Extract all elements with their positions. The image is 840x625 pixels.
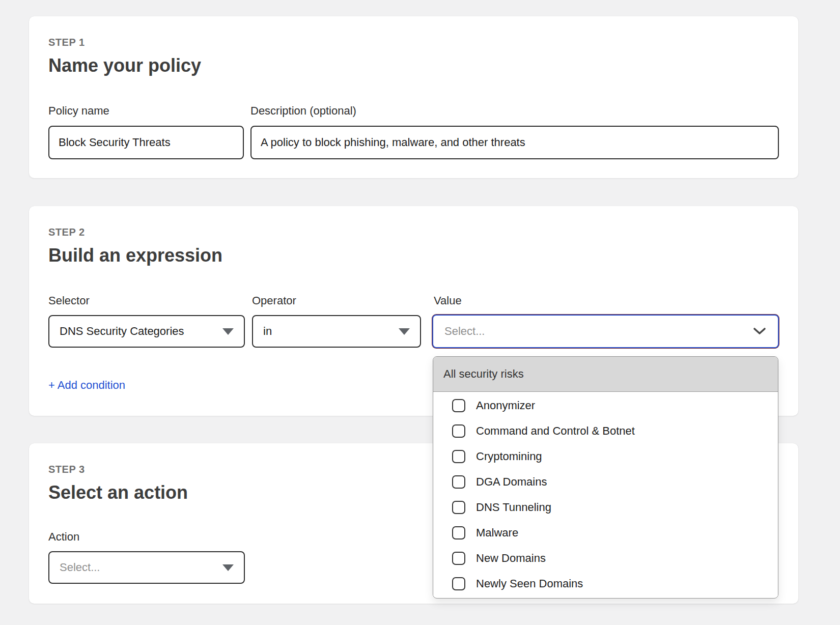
policy-name-input[interactable]: [48, 126, 244, 159]
dropdown-option-label: Newly Seen Domains: [476, 577, 583, 590]
checkbox-unchecked-icon[interactable]: [452, 552, 465, 565]
dropdown-group-header: All security risks: [433, 357, 778, 392]
dropdown-option-label: DNS Tunneling: [476, 501, 551, 514]
selector-value: DNS Security Categories: [60, 325, 184, 338]
action-placeholder: Select...: [60, 561, 100, 574]
dropdown-option-label: DGA Domains: [476, 475, 547, 489]
selector-label: Selector: [48, 295, 90, 306]
value-placeholder: Select...: [444, 325, 485, 338]
checkbox-unchecked-icon[interactable]: [452, 526, 465, 539]
dropdown-option[interactable]: Command and Control & Botnet: [433, 418, 778, 444]
value-multiselect[interactable]: Select...: [432, 315, 779, 348]
triangle-down-icon: [399, 328, 410, 335]
description-label: Description (optional): [250, 105, 356, 117]
dropdown-option[interactable]: Newly Seen Domains: [433, 571, 778, 596]
step1-eyebrow: STEP 1: [48, 37, 85, 47]
step2-title: Build an expression: [48, 245, 222, 266]
step3-eyebrow: STEP 3: [48, 464, 85, 474]
step1-card: STEP 1 Name your policy Policy name Desc…: [29, 16, 798, 178]
triangle-down-icon: [222, 328, 234, 335]
dropdown-option-label: Cryptomining: [476, 450, 542, 463]
operator-value: in: [263, 325, 272, 338]
dropdown-option-list: Anonymizer Command and Control & Botnet …: [433, 392, 778, 596]
operator-select[interactable]: in: [252, 315, 421, 348]
chevron-down-icon: [752, 327, 767, 336]
action-label: Action: [48, 531, 79, 543]
step1-title: Name your policy: [48, 55, 201, 76]
value-dropdown-panel: All security risks Anonymizer Command an…: [433, 356, 778, 599]
checkbox-unchecked-icon[interactable]: [452, 501, 465, 514]
dropdown-option[interactable]: DGA Domains: [433, 469, 778, 495]
dropdown-option-label: Anonymizer: [476, 399, 535, 412]
step2-eyebrow: STEP 2: [48, 227, 85, 237]
policy-name-label: Policy name: [48, 105, 109, 117]
checkbox-unchecked-icon[interactable]: [452, 475, 465, 489]
checkbox-unchecked-icon[interactable]: [452, 424, 465, 438]
dropdown-option-label: Malware: [476, 526, 518, 539]
checkbox-unchecked-icon[interactable]: [452, 450, 465, 463]
selector-select[interactable]: DNS Security Categories: [48, 315, 245, 348]
dropdown-option[interactable]: DNS Tunneling: [433, 495, 778, 520]
step3-title: Select an action: [48, 482, 188, 503]
dropdown-option-label: Command and Control & Botnet: [476, 424, 635, 438]
checkbox-unchecked-icon[interactable]: [452, 577, 465, 590]
triangle-down-icon: [222, 564, 234, 571]
dropdown-option-label: New Domains: [476, 552, 546, 565]
dropdown-option[interactable]: Malware: [433, 520, 778, 546]
dropdown-option[interactable]: New Domains: [433, 546, 778, 571]
action-select[interactable]: Select...: [48, 551, 245, 584]
operator-label: Operator: [252, 295, 296, 306]
checkbox-unchecked-icon[interactable]: [452, 399, 465, 412]
dropdown-option[interactable]: Anonymizer: [433, 393, 778, 418]
description-input[interactable]: [250, 126, 779, 159]
dropdown-option[interactable]: Cryptomining: [433, 444, 778, 469]
add-condition-link[interactable]: + Add condition: [48, 380, 125, 391]
value-label: Value: [434, 295, 462, 306]
